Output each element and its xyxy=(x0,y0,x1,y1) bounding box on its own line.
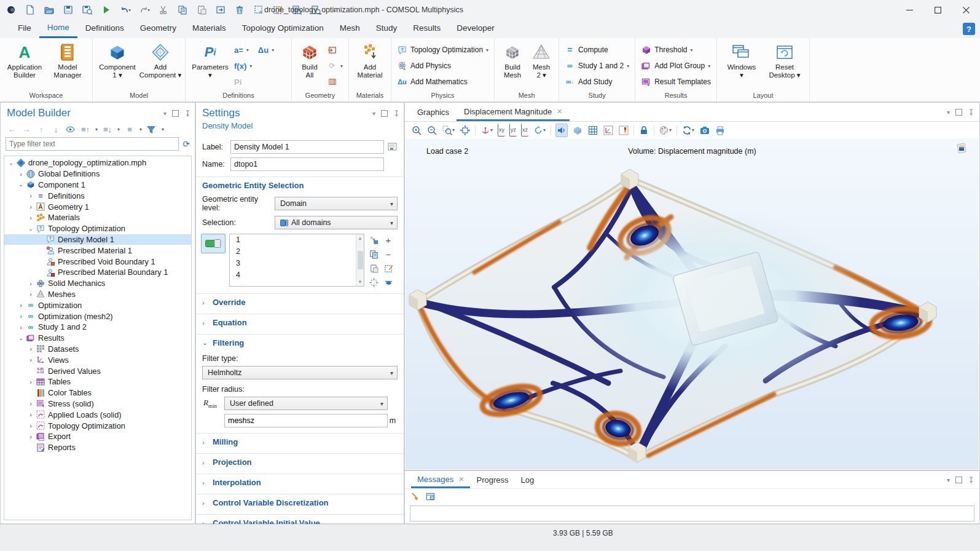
zoom-to-selection-icon[interactable] xyxy=(368,277,379,287)
tree-expander[interactable] xyxy=(26,356,35,363)
pin-panel-icon[interactable] xyxy=(184,110,191,117)
add-mathematics-button[interactable]: Δu Add Mathematics xyxy=(394,74,491,89)
application-builder-button[interactable]: A Application Builder xyxy=(3,40,46,79)
tree-expander[interactable] xyxy=(26,280,35,287)
preview-build-button[interactable] xyxy=(291,4,302,15)
clear-messages-icon[interactable] xyxy=(411,492,420,501)
tree-expander[interactable] xyxy=(26,214,35,221)
variables-button[interactable]: a=▾ Δu▾ xyxy=(232,42,288,57)
menu-definitions[interactable]: Definitions xyxy=(77,20,132,38)
transparency-icon[interactable] xyxy=(572,124,583,137)
lock-view-icon[interactable] xyxy=(638,124,649,137)
panel-menu-icon[interactable]: ▾ xyxy=(947,477,950,483)
tree-item[interactable]: Stress (solid) xyxy=(4,398,191,410)
save-as-button[interactable] xyxy=(82,4,93,15)
message-settings-icon[interactable] xyxy=(426,492,435,501)
pin-panel-icon[interactable] xyxy=(968,109,974,116)
parameter-case-button[interactable]: Pi xyxy=(232,74,288,89)
tree-expander[interactable] xyxy=(26,203,35,210)
selection-list-item[interactable]: 3 xyxy=(230,258,364,269)
view-xz-icon[interactable]: xz xyxy=(521,124,528,137)
tree-item[interactable]: Solid Mechanics xyxy=(4,278,191,289)
tree-item[interactable]: ?Topology Optimization xyxy=(4,223,191,234)
active-toggle-button[interactable] xyxy=(201,234,225,253)
tree-expander[interactable] xyxy=(17,323,25,331)
rename-icon[interactable] xyxy=(388,142,398,152)
color-legend-icon[interactable] xyxy=(618,124,629,137)
help-button[interactable]: ? xyxy=(963,23,975,35)
maximize-button[interactable] xyxy=(923,0,952,20)
section-projection[interactable]: Projection xyxy=(196,453,404,470)
tree-item[interactable]: Tables xyxy=(4,376,191,387)
section-control-variable-discretization[interactable]: Control Variable Discretization xyxy=(196,494,404,510)
plot-update-icon[interactable]: ▾ xyxy=(681,124,695,137)
view-xy-icon[interactable]: xy xyxy=(498,124,505,137)
tree-item[interactable]: Results xyxy=(4,333,191,344)
tree-item[interactable]: Prescribed Material 1 xyxy=(4,245,191,256)
tree-expander[interactable] xyxy=(26,411,35,418)
refresh-filter-icon[interactable]: ⟳ xyxy=(182,139,190,149)
import-model-button[interactable] xyxy=(215,4,226,15)
expand-tree-icon[interactable]: ≡↑ xyxy=(80,125,90,134)
tree-expander[interactable] xyxy=(17,335,25,341)
section-interpolation[interactable]: Interpolation xyxy=(196,474,404,490)
scene-light-icon[interactable] xyxy=(555,124,568,137)
tree-expander[interactable] xyxy=(17,312,25,320)
rmin-mode-select[interactable]: User defined xyxy=(224,397,388,410)
tree-item[interactable]: Export xyxy=(4,431,191,442)
add-physics-button[interactable]: Add Physics xyxy=(394,58,491,73)
section-override[interactable]: Override xyxy=(196,293,404,310)
tree-item[interactable]: ∞Study 1 and 2 xyxy=(4,322,191,333)
tree-item[interactable]: Global Definitions xyxy=(4,168,191,180)
menu-geometry[interactable]: Geometry xyxy=(132,20,184,38)
clear-selection-icon[interactable] xyxy=(383,263,394,273)
tree-item-selected[interactable]: ?Density Model 1 xyxy=(4,234,191,245)
component-1-button[interactable]: Component 1 ▾ xyxy=(96,40,139,79)
virtual-operations-button[interactable] xyxy=(324,74,345,89)
tab-progress[interactable]: Progress xyxy=(470,472,514,488)
tree-expander[interactable] xyxy=(17,181,25,188)
show-axes-icon[interactable] xyxy=(603,124,614,137)
rotate-view-icon[interactable]: ▾ xyxy=(533,124,546,137)
drone-topology-model[interactable] xyxy=(406,145,979,469)
tree-item[interactable]: Topology Optimization xyxy=(4,420,191,431)
panel-menu-icon[interactable]: ▾ xyxy=(163,110,167,117)
add-study-button[interactable]: ∞↓ Add Study xyxy=(562,74,632,89)
tree-item[interactable]: 8.85e-12Derived Values xyxy=(4,365,191,376)
minimize-button[interactable] xyxy=(895,0,923,20)
add-to-selection-icon[interactable]: + xyxy=(383,235,394,245)
wireframe-icon[interactable] xyxy=(587,124,598,137)
tree-item[interactable]: Component 1 xyxy=(4,180,191,191)
functions-button[interactable]: f(x)▾ xyxy=(232,58,288,73)
tree-expander[interactable] xyxy=(17,170,25,178)
remove-from-selection-icon[interactable]: − xyxy=(383,249,394,259)
paste-button[interactable] xyxy=(196,4,207,15)
tree-expander[interactable] xyxy=(26,345,35,352)
node-order-icon[interactable]: ≡ xyxy=(125,125,135,134)
back-icon[interactable]: ← xyxy=(7,125,17,134)
new-file-button[interactable] xyxy=(25,4,36,15)
tree-item[interactable]: drone_topology_optimization.mph xyxy=(4,157,191,168)
tree-expander[interactable] xyxy=(26,378,35,386)
windows-button[interactable]: Windows ▾ xyxy=(720,40,763,79)
menu-materials[interactable]: Materials xyxy=(184,20,234,38)
view-yz-icon[interactable]: yz xyxy=(509,124,517,137)
float-panel-icon[interactable] xyxy=(381,110,388,117)
tree-item[interactable]: Materials xyxy=(4,212,191,223)
section-geometric-entity[interactable]: Geometric Entity Selection xyxy=(196,176,404,193)
section-filtering[interactable]: Filtering xyxy=(196,334,404,351)
brush-select-button[interactable] xyxy=(272,4,283,15)
tree-expander[interactable] xyxy=(26,433,35,440)
copy-selection-icon[interactable] xyxy=(368,249,379,259)
reset-desktop-button[interactable]: Reset Desktop ▾ xyxy=(763,40,806,79)
paste-selection-icon[interactable] xyxy=(368,263,379,273)
add-plot-group-button[interactable]: Add Plot Group▾ xyxy=(638,58,713,73)
tree-item[interactable]: Views xyxy=(4,354,191,365)
tree-expander[interactable] xyxy=(26,290,35,298)
add-material-button[interactable]: Add Material xyxy=(352,40,388,79)
pin-panel-icon[interactable] xyxy=(968,477,974,483)
threshold-button[interactable]: Threshold▾ xyxy=(638,42,713,57)
print-icon[interactable] xyxy=(715,124,726,137)
tree-item[interactable]: ≡Definitions xyxy=(4,190,191,201)
color-theme-icon[interactable]: ▾ xyxy=(659,124,672,137)
